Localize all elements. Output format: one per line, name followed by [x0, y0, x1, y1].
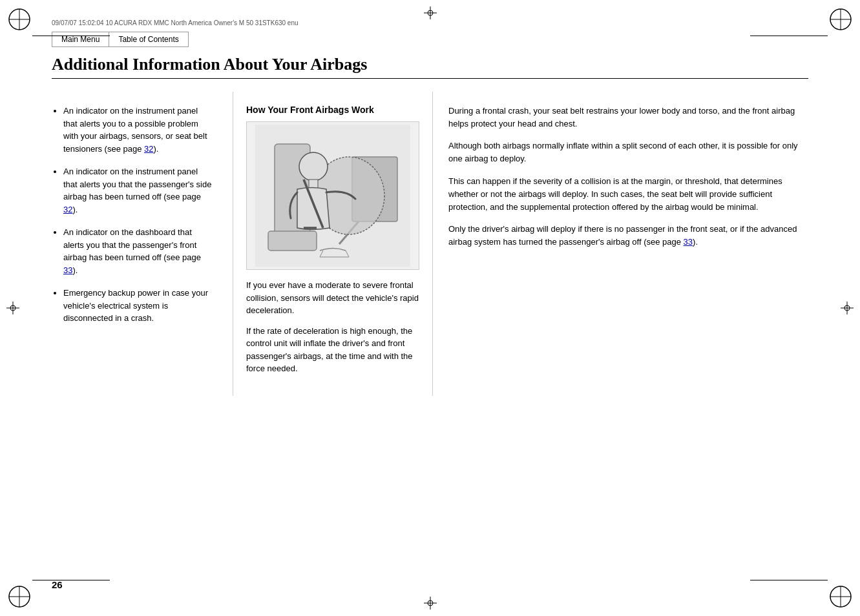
top-line-left [32, 36, 110, 36]
list-item: An indicator on the instrument panel tha… [63, 165, 213, 216]
section-title: How Your Front Airbags Work [246, 105, 419, 115]
left-column: An indicator on the instrument panel tha… [52, 92, 233, 396]
bottom-line-left [32, 580, 110, 580]
middle-para-2: If the rate of deceleration is high enou… [246, 325, 419, 375]
page-title: Additional Information About Your Airbag… [52, 55, 808, 79]
bottom-line-right [750, 580, 828, 580]
page-link-32-2[interactable]: 32 [63, 205, 72, 214]
right-para-1: During a frontal crash, your seat belt r… [448, 105, 808, 130]
corner-decoration-bl [6, 584, 32, 610]
right-column: During a frontal crash, your seat belt r… [433, 92, 808, 396]
airbag-svg [255, 125, 410, 267]
list-item: Emergency backup power in case your vehi… [63, 287, 213, 325]
corner-decoration-tl [6, 6, 32, 32]
page-link-33-1[interactable]: 33 [63, 265, 72, 275]
page-link-32-1[interactable]: 32 [144, 144, 153, 154]
nav-buttons: Main Menu Table of Contents [52, 32, 808, 47]
svg-rect-26 [268, 231, 317, 251]
main-menu-button[interactable]: Main Menu [52, 32, 109, 47]
main-content: An indicator on the instrument panel tha… [0, 92, 860, 396]
page-link-33-2[interactable]: 33 [684, 237, 693, 247]
svg-point-30 [299, 152, 328, 181]
right-para-3: This can happen if the severity of a col… [448, 175, 808, 214]
right-para-2: Although both airbags normally inflate w… [448, 139, 808, 165]
table-of-contents-button[interactable]: Table of Contents [109, 32, 188, 47]
right-para-4: Only the driver's airbag will deploy if … [448, 223, 808, 249]
corner-decoration-br [828, 584, 854, 610]
crosshair-bottom [424, 597, 437, 610]
corner-decoration-tr [828, 6, 854, 32]
file-metadata: 09/07/07 15:02:04 10 ACURA RDX MMC North… [52, 19, 808, 26]
crosshair-left [6, 302, 19, 314]
airbag-illustration [246, 121, 419, 270]
list-item: An indicator on the dashboard that alert… [63, 226, 213, 276]
page-number: 26 [52, 579, 63, 590]
top-line-right [750, 36, 828, 36]
crosshair-top [424, 6, 437, 19]
bullet-list: An indicator on the instrument panel tha… [52, 105, 213, 325]
middle-column: How Your Front Airbags Work [233, 92, 433, 396]
list-item: An indicator on the instrument panel tha… [63, 105, 213, 155]
crosshair-right [841, 302, 854, 314]
middle-para-1: If you ever have a moderate to severe fr… [246, 279, 419, 317]
page-container: 09/07/07 15:02:04 10 ACURA RDX MMC North… [0, 0, 860, 616]
